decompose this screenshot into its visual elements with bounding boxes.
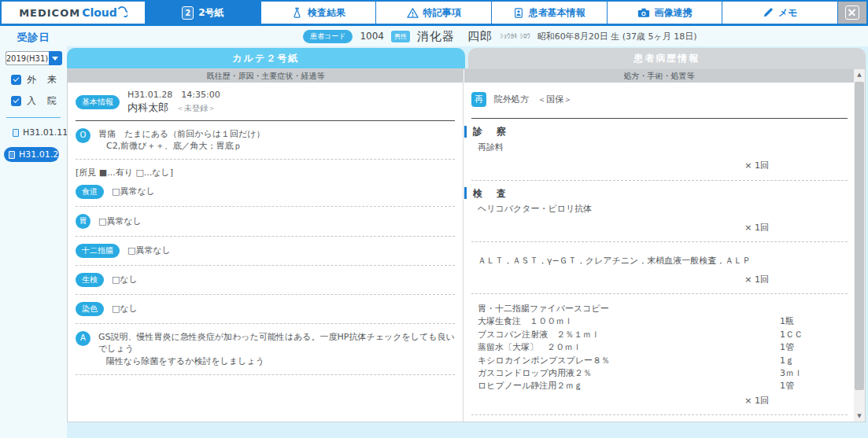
filter-outpatient[interactable]: 外 来 — [11, 73, 67, 86]
column-headers: 既往歴・原因・主要症状・経過等 処方・手術・処置等 — [68, 69, 854, 83]
med-name: 大塚生食注 １００ｍｌ — [478, 315, 780, 327]
dashed-divider — [76, 374, 455, 375]
tab-label: 2号紙 — [198, 6, 223, 20]
comment-section-title: コ メ ン ト — [473, 421, 538, 422]
symptom-text: 胃痛 たまにある（前回からは１回だけ） — [98, 129, 265, 139]
year-select-value: 2019(H31) — [6, 51, 49, 65]
visit-date-label: H31.01.28 — [19, 149, 64, 160]
vertical-scrollbar[interactable]: ▲ ▼ — [854, 69, 865, 421]
close-button[interactable] — [838, 2, 866, 24]
warning-icon — [407, 7, 419, 19]
duodenum-finding: □異常なし — [127, 245, 171, 256]
patient-code-badge: 患者コード — [303, 30, 353, 43]
prescription-column: 再 院外処方 ＜国保＞ 診 察 再診料 × 1回 検 査 ヘリコバクター・ピロリ… — [464, 83, 854, 421]
scrollbar-thumb[interactable] — [855, 82, 864, 390]
med-qty: 1瓶 — [780, 315, 849, 327]
tab-patient-history[interactable]: 患者病歴情報 — [468, 48, 866, 68]
med-name: 蒸留水〔大塚〕 ２０ｍｌ — [478, 341, 780, 353]
close-icon — [845, 6, 859, 20]
outpatient-label: 外 来 — [27, 73, 61, 86]
outpatient-checkbox[interactable] — [11, 75, 21, 85]
assessment-text: GS説明、慢性胃炎に急性炎症が加わった可能性はある。一度HP抗体チェックをしても… — [98, 332, 455, 354]
basic-info-badge: 基本情報 — [76, 95, 120, 109]
camera-icon — [637, 8, 650, 18]
esophagus-finding: □異常なし — [112, 186, 155, 197]
tab-image-link[interactable]: 画像連携 — [608, 2, 722, 24]
procedure-name: 胃・十二指腸ファイバースコピー — [478, 303, 780, 315]
objective-badge: O — [76, 128, 90, 143]
document-icon — [9, 151, 15, 159]
year-select[interactable]: 2019(H31) — [6, 51, 62, 65]
left-column-header: 既往歴・原因・主要症状・経過等 — [68, 69, 464, 83]
doctor-registered-status: ＜未登録＞ — [176, 104, 216, 112]
filter-inpatient[interactable]: 入 院 — [11, 94, 67, 108]
document-2-icon: 2 — [182, 6, 194, 20]
chevron-down-icon[interactable] — [49, 51, 62, 65]
section-accent-bar — [464, 187, 467, 199]
patient-code-value: 1004 — [360, 31, 384, 42]
cloud-swoosh-icon — [118, 6, 127, 19]
inpatient-label: 入 院 — [27, 94, 61, 108]
med-qty: 1管 — [780, 380, 849, 392]
tab-patient-basic-info[interactable]: 患者基本情報 — [492, 2, 607, 24]
revisit-badge: 再 — [471, 92, 486, 107]
right-column-header: 処方・手術・処置等 — [464, 69, 854, 83]
biopsy-finding: □なし — [112, 274, 138, 285]
chart-tab-bar: カルテ２号紙 患者病歴情報 — [67, 48, 866, 68]
procedure-qty — [780, 303, 849, 315]
med-name: ロヒプノール静注用２ｍｇ — [478, 380, 780, 392]
tab-special-notes[interactable]: 特記事項 — [376, 2, 491, 24]
tab-label: 画像連携 — [655, 6, 693, 20]
visit-date-item-selected[interactable]: H31.01.28 — [4, 147, 59, 162]
record-datetime: H31.01.28 14:35:00 — [127, 90, 220, 100]
app-window: MEDICOM Cloud 2 2号紙 検査結果 特記事項 患者基本情報 — [0, 0, 868, 438]
section-accent-bar — [464, 126, 467, 138]
patient-birthdate: 昭和60年8月20日 生 (37歳 5ヶ月 18日) — [537, 31, 697, 42]
gender-badge: 男性 — [391, 31, 410, 42]
sidebar-divider — [6, 117, 61, 118]
tab-karte-sheet[interactable]: カルテ２号紙 — [67, 48, 465, 68]
tab-label: 患者基本情報 — [529, 6, 585, 20]
visit-date-item[interactable]: H31.01.11 — [8, 126, 63, 139]
symptom-detail: C2,前微び＋＋、底／角大；胃底ｐ — [106, 141, 242, 151]
logo-medicom-text: MEDICOM — [19, 7, 80, 19]
test-count: × 1回 — [470, 215, 849, 238]
visit-date-sidebar: 受診日 2019(H31) 外 来 入 院 H31.01.11 H31.01.2… — [0, 26, 67, 438]
blood-test-count: × 1回 — [470, 267, 849, 290]
rx-note-text: 院外処方 ＜国保＞ — [494, 94, 572, 105]
sidebar-title: 受診日 — [0, 26, 67, 45]
document-icon — [13, 129, 19, 137]
logo-cloud-text: Cloud — [82, 6, 117, 19]
scroll-up-icon[interactable]: ▲ — [854, 69, 865, 80]
test-section-title: 検 査 — [473, 187, 508, 201]
app-logo: MEDICOM Cloud — [2, 2, 145, 24]
med-qty: 3ｍｌ — [780, 367, 849, 379]
visit-date-label: H31.01.11 — [23, 127, 68, 138]
tab-karte-2gousi[interactable]: 2 2号紙 — [146, 2, 260, 24]
med-name: ガスコンドロップ内用液２％ — [478, 367, 780, 379]
findings-legend: [所見 ■...有り □...なし] — [76, 167, 455, 179]
exam-count: × 1回 — [470, 153, 849, 176]
inpatient-checkbox[interactable] — [11, 96, 21, 106]
patient-kana: ｼｮｳｶｷ ｼﾛｳ — [500, 32, 530, 40]
tab-memo[interactable]: メモ — [722, 2, 837, 24]
assessment-badge: A — [76, 331, 90, 346]
tab-label: メモ — [778, 6, 798, 20]
pencil-icon — [763, 7, 774, 18]
scroll-down-icon[interactable]: ▼ — [854, 410, 865, 421]
exam-section-title: 診 察 — [473, 125, 508, 138]
doctor-name: 内科太郎 — [127, 101, 168, 113]
blood-test-item: ＡＬＴ，ＡＳＴ，γ−ＧＴ，クレアチニン，末梢血液一般検査，ＡＬＰ — [478, 255, 849, 267]
symptoms-column: 基本情報 H31.01.28 14:35:00 内科太郎＜未登録＞ O 胃痛 た… — [68, 83, 464, 421]
assessment-text-2: 陽性なら除菌をするか検討をしましょう — [106, 356, 264, 366]
duodenum-badge: 十二指腸 — [76, 244, 120, 258]
exam-item: 再診料 — [478, 142, 849, 153]
patient-info-bar: 患者コード 1004 男性 消化器 四郎 ｼｮｳｶｷ ｼﾛｳ 昭和60年8月20… — [67, 26, 868, 46]
med-qty: 1ｇ — [780, 355, 849, 366]
patient-name: 消化器 四郎 — [417, 29, 493, 44]
person-card-icon — [513, 7, 524, 19]
tab-label: 特記事項 — [423, 6, 461, 20]
med-qty: 1ＣＣ — [780, 329, 849, 340]
tab-label: 検査結果 — [308, 6, 345, 20]
tab-test-results[interactable]: 検査結果 — [261, 2, 376, 24]
